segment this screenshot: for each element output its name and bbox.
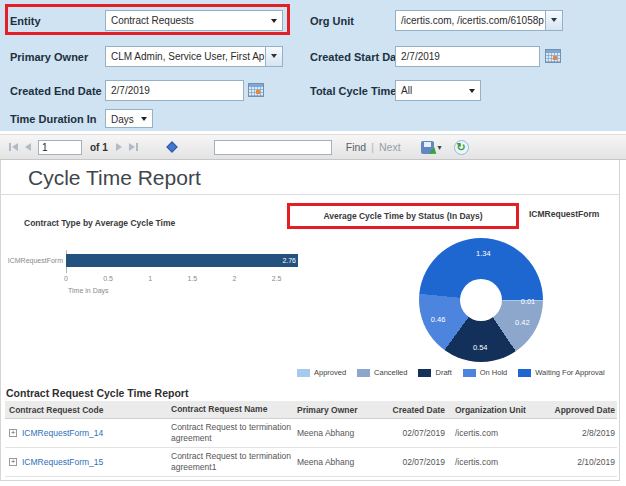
previous-page-icon[interactable] (25, 143, 31, 151)
bar-chart-x-axis-ticks: 00.511.522.5 (66, 275, 306, 285)
page-count-label: of 1 (90, 142, 108, 153)
primary-owner-dropdown-button[interactable] (265, 47, 282, 66)
chevron-down-icon (141, 117, 147, 121)
legend-swatch-icon (463, 369, 476, 377)
total-cycle-time-select[interactable]: All (395, 80, 481, 101)
find-next-separator: | (371, 141, 374, 153)
created-end-date-input[interactable]: 2/7/2019 (105, 80, 244, 101)
column-header: Contract Request Code (5, 405, 171, 415)
find-button[interactable]: Find (346, 141, 366, 153)
column-header: Contract Request Name (171, 404, 297, 415)
back-to-parent-report-icon[interactable] (166, 141, 177, 152)
primary-owner-label: Primary Owner (10, 51, 88, 63)
table-row: +ICMRequestForm_15Contract Request to te… (5, 448, 617, 477)
x-axis-tick-label: 0 (64, 275, 68, 282)
x-axis-tick-label: 2.5 (272, 275, 282, 282)
x-axis-tick-label: 2 (232, 275, 236, 282)
donut-chart: 0.010.420.540.461.34 (419, 238, 543, 362)
column-header: Approved Date (551, 405, 617, 415)
calendar-icon[interactable] (248, 83, 264, 97)
x-axis-tick-label: 1 (148, 275, 152, 282)
legend-item: Approved (297, 368, 346, 377)
first-page-icon[interactable] (8, 143, 18, 151)
last-page-icon[interactable] (129, 143, 139, 151)
donut-chart-title: Average Cycle Time by Status (In Days) (323, 211, 482, 221)
donut-slice-value-label: 0.42 (515, 318, 530, 327)
table-section-title: Contract Request Cycle Time Report (6, 387, 188, 399)
annotation-box-entity (5, 4, 290, 35)
legend-swatch-icon (418, 369, 431, 377)
total-cycle-time-label: Total Cycle Time (310, 85, 396, 97)
legend-item: Cancelled (357, 368, 407, 377)
donut-slice-value-label: 0.46 (431, 315, 446, 324)
expand-toggle-icon[interactable]: + (9, 458, 17, 466)
x-axis-tick-label: 1.5 (187, 275, 197, 282)
export-icon[interactable] (421, 141, 434, 154)
contract-request-name-cell: Contract Request to termination agreemen… (171, 451, 297, 472)
page-number-input[interactable]: 1 (38, 140, 82, 155)
column-header: Created Date (389, 405, 445, 415)
created-start-date-input[interactable]: 2/7/2019 (395, 46, 540, 67)
time-duration-in-label: Time Duration In (10, 113, 97, 125)
legend-swatch-icon (297, 369, 310, 377)
primary-owner-combobox[interactable]: CLM Admin, Service User, First Ap (105, 46, 283, 67)
legend-label: Approved (314, 368, 346, 377)
legend-label: On Hold (480, 368, 508, 377)
legend-item: Draft (418, 368, 451, 377)
legend-item: Waiting For Approval (518, 368, 604, 377)
org-unit-combobox[interactable]: /icertis.com, /icertis.com/61058p (395, 10, 563, 31)
organization-unit-cell: /icertis.com (445, 457, 551, 467)
annotation-box-donut-title: Average Cycle Time by Status (In Days) (287, 203, 519, 229)
donut-hole (460, 279, 502, 321)
column-header: Primary Owner (297, 405, 389, 415)
org-unit-dropdown-button[interactable] (545, 11, 562, 30)
search-input[interactable] (214, 140, 332, 155)
created-date-cell: 02/07/2019 (389, 428, 445, 438)
contract-request-code-link[interactable]: ICMRequestForm_14 (22, 428, 103, 438)
contract-request-name-cell: Contract Request to termination agreemen… (171, 422, 297, 443)
page-title: Cycle Time Report (28, 166, 201, 190)
chart-legend: ApprovedCancelledDraftOn HoldWaiting For… (297, 368, 605, 377)
donut-slice-value-label: 1.34 (476, 249, 491, 258)
donut-slice-value-label: 0.01 (521, 296, 536, 305)
chevron-down-icon (271, 54, 277, 58)
column-header: Organization Unit (445, 405, 551, 415)
x-axis-tick-label: 0.5 (103, 275, 113, 282)
bar-chart-title: Contract Type by Average Cycle Time (24, 218, 175, 228)
primary-owner-cell: Meena Abhang (297, 457, 389, 467)
donut-slice-value-label: 0.54 (473, 342, 488, 351)
calendar-icon[interactable] (545, 49, 561, 63)
contract-request-code-link[interactable]: ICMRequestForm_15 (22, 457, 103, 467)
approved-date-cell: 2/8/2019 (551, 428, 617, 438)
report-viewer-window: Entity Contract Requests Org Unit /icert… (0, 0, 626, 486)
time-duration-select[interactable]: Days (105, 109, 153, 128)
bar-chart-bar: 2.76 (66, 254, 298, 267)
legend-label: Waiting For Approval (535, 368, 604, 377)
legend-label: Draft (435, 368, 451, 377)
cycle-time-table: Contract Request CodeContract Request Na… (5, 401, 617, 477)
table-row: +ICMRequestForm_14Contract Request to te… (5, 419, 617, 448)
report-body: Cycle Time Report Contract Type by Avera… (0, 160, 620, 481)
legend-item: On Hold (463, 368, 508, 377)
table-body: +ICMRequestForm_14Contract Request to te… (5, 419, 617, 477)
legend-label: Cancelled (374, 368, 407, 377)
approved-date-cell: 2/10/2019 (551, 457, 617, 467)
donut-chart-subtitle: ICMRequestForm (529, 209, 599, 219)
bar-chart-category-label: ICMRequestForm (1, 257, 63, 264)
organization-unit-cell: /icertis.com (445, 428, 551, 438)
next-page-icon[interactable] (116, 143, 122, 151)
chevron-down-icon (469, 89, 475, 93)
chevron-down-icon (551, 18, 557, 22)
legend-swatch-icon (357, 369, 370, 377)
next-button[interactable]: Next (379, 141, 401, 153)
refresh-icon[interactable]: ↻ (454, 140, 469, 155)
bar-chart-x-axis-label: Time in Days (68, 287, 109, 294)
legend-swatch-icon (518, 369, 531, 377)
title-divider (1, 194, 619, 195)
table-header-row: Contract Request CodeContract Request Na… (5, 401, 617, 419)
org-unit-label: Org Unit (310, 15, 354, 27)
expand-toggle-icon[interactable]: + (9, 429, 17, 437)
created-start-date-label: Created Start Date (310, 51, 406, 63)
created-end-date-label: Created End Date (10, 85, 102, 97)
report-toolbar: 1 of 1 Find|Next ▾ ↻ (0, 134, 626, 160)
